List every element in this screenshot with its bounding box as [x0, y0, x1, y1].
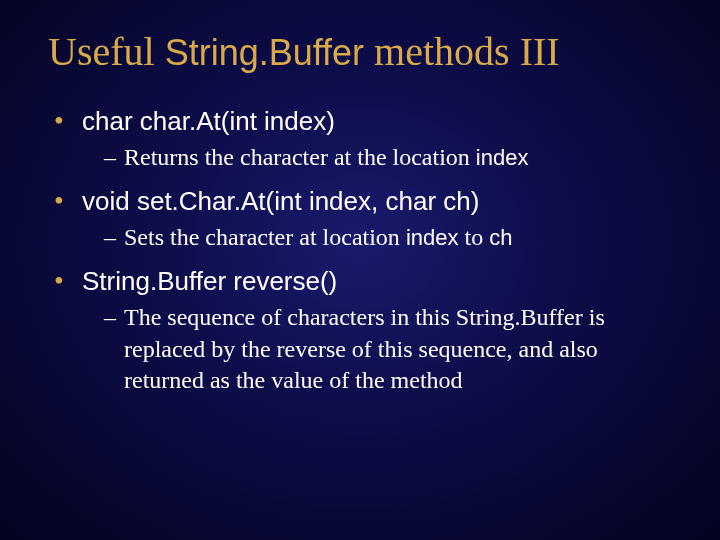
method-signature: char char.At(int index) — [82, 106, 335, 136]
desc-text: to — [458, 224, 489, 250]
sub-list: Returns the character at the location in… — [82, 142, 672, 173]
bullet-item: String.Buffer reverse() The sequence of … — [52, 263, 672, 396]
bullet-list: char char.At(int index) Returns the char… — [48, 103, 672, 396]
sub-item: The sequence of characters in this Strin… — [104, 302, 672, 396]
desc-code: index — [406, 225, 459, 250]
desc-code: ch — [489, 225, 512, 250]
title-code: String.Buffer — [165, 32, 364, 73]
desc-code: index — [476, 145, 529, 170]
desc-text: Sets the character at location — [124, 224, 406, 250]
desc-text: The sequence of characters in this Strin… — [124, 304, 605, 392]
title-post: methods III — [364, 29, 560, 74]
desc-text: Returns the character at the location — [124, 144, 476, 170]
sub-list: The sequence of characters in this Strin… — [82, 302, 672, 396]
slide: Useful String.Buffer methods III char ch… — [0, 0, 720, 540]
slide-title: Useful String.Buffer methods III — [48, 28, 672, 75]
bullet-item: char char.At(int index) Returns the char… — [52, 103, 672, 173]
bullet-item: void set.Char.At(int index, char ch) Set… — [52, 183, 672, 253]
method-signature: void set.Char.At(int index, char ch) — [82, 186, 479, 216]
sub-item: Sets the character at location index to … — [104, 222, 672, 253]
sub-list: Sets the character at location index to … — [82, 222, 672, 253]
title-pre: Useful — [48, 29, 165, 74]
method-signature: String.Buffer reverse() — [82, 266, 337, 296]
sub-item: Returns the character at the location in… — [104, 142, 672, 173]
